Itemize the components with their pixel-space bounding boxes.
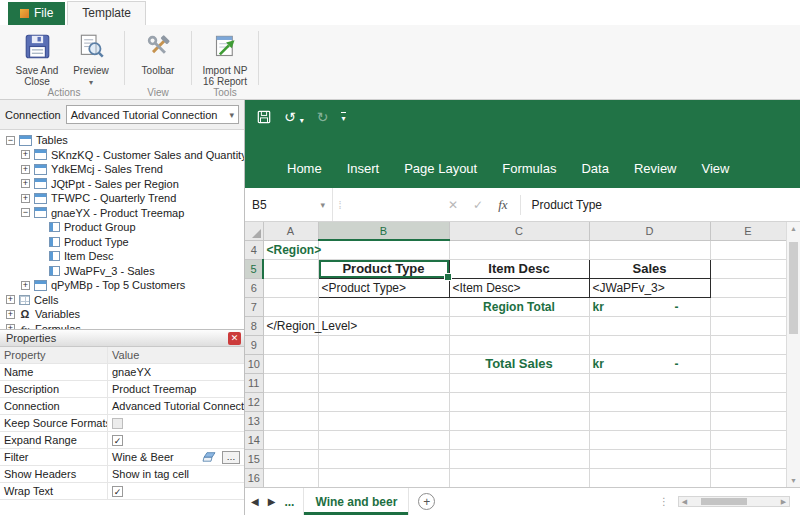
cell[interactable] bbox=[263, 449, 318, 468]
cell[interactable] bbox=[263, 392, 318, 411]
cell-B6[interactable]: <Product Type> bbox=[318, 278, 449, 297]
tree-item-field[interactable]: Product Type bbox=[2, 235, 244, 250]
cell[interactable] bbox=[318, 373, 449, 392]
expand-icon[interactable]: + bbox=[6, 295, 15, 304]
cell[interactable] bbox=[710, 354, 786, 373]
menu-review[interactable]: Review bbox=[634, 161, 677, 176]
tree-item-field[interactable]: JWaPFv_3 - Sales bbox=[2, 264, 244, 279]
expand-icon[interactable]: + bbox=[6, 310, 15, 319]
cell[interactable] bbox=[449, 240, 589, 259]
tree-item-table-selected[interactable]: − gnaeYX - Product Treemap bbox=[2, 206, 244, 221]
scroll-right-icon[interactable]: ▶ bbox=[778, 498, 789, 506]
column-header-B[interactable]: B bbox=[318, 222, 449, 240]
tree-item-field[interactable]: Item Desc bbox=[2, 249, 244, 264]
connection-dropdown[interactable]: Advanced Tutorial Connection ▾ bbox=[66, 105, 239, 124]
menu-page-layout[interactable]: Page Layout bbox=[404, 161, 477, 176]
tree-item-table[interactable]: + qPyMBp - Top 5 Customers bbox=[2, 278, 244, 293]
tree-item-variables[interactable]: + Ω Variables bbox=[2, 307, 244, 322]
tree-item-field[interactable]: Product Group bbox=[2, 220, 244, 235]
cell[interactable] bbox=[263, 354, 318, 373]
property-row-expand-range[interactable]: Expand Range ✓ bbox=[0, 432, 244, 449]
collapse-icon[interactable]: − bbox=[6, 136, 15, 145]
cell-C5[interactable]: Item Desc bbox=[449, 259, 589, 278]
row-header[interactable]: 10 bbox=[245, 354, 263, 373]
cell[interactable] bbox=[318, 335, 449, 354]
menu-home[interactable]: Home bbox=[287, 161, 322, 176]
expand-icon[interactable]: + bbox=[21, 179, 30, 188]
tree-item-table[interactable]: + TFWPC - Quarterly Trend bbox=[2, 191, 244, 206]
tab-template[interactable]: Template bbox=[67, 1, 146, 25]
hidden-tabs-ellipsis[interactable]: ... bbox=[284, 495, 294, 509]
save-and-close-button[interactable]: Save And Close bbox=[10, 30, 64, 88]
tab-file[interactable]: File bbox=[8, 2, 65, 25]
scroll-down-icon[interactable]: ▼ bbox=[787, 477, 800, 484]
checkbox-checked[interactable]: ✓ bbox=[112, 486, 123, 497]
toolbar-button[interactable]: Toolbar bbox=[131, 30, 185, 76]
formula-bar-value[interactable]: Product Type bbox=[524, 198, 611, 212]
cancel-icon[interactable]: ✕ bbox=[448, 198, 458, 212]
property-row-description[interactable]: Description Product Treemap bbox=[0, 381, 244, 398]
cell[interactable] bbox=[710, 259, 786, 278]
column-header-D[interactable]: D bbox=[589, 222, 710, 240]
enter-icon[interactable]: ✓ bbox=[473, 198, 483, 212]
cell[interactable] bbox=[449, 335, 589, 354]
cell[interactable] bbox=[710, 316, 786, 335]
menu-data[interactable]: Data bbox=[581, 161, 608, 176]
sheet-tab-wine-and-beer[interactable]: Wine and beer bbox=[303, 488, 409, 515]
cell[interactable] bbox=[449, 468, 589, 487]
tree-item-cells[interactable]: + Cells bbox=[2, 293, 244, 308]
splitter-icon[interactable]: ⁞ bbox=[333, 199, 347, 211]
cell[interactable] bbox=[449, 430, 589, 449]
scroll-up-icon[interactable]: ▲ bbox=[787, 225, 800, 232]
cell[interactable] bbox=[710, 373, 786, 392]
row-header[interactable]: 14 bbox=[245, 430, 263, 449]
cell-C7[interactable]: Region Total bbox=[449, 297, 589, 316]
cell[interactable] bbox=[263, 373, 318, 392]
property-row-filter[interactable]: Filter Wine & Beer … bbox=[0, 449, 244, 466]
eraser-icon[interactable] bbox=[202, 452, 216, 462]
cell[interactable] bbox=[449, 373, 589, 392]
row-header[interactable]: 7 bbox=[245, 297, 263, 316]
cell-B5-selected[interactable]: Product Type bbox=[318, 259, 449, 278]
cell[interactable] bbox=[318, 430, 449, 449]
menu-formulas[interactable]: Formulas bbox=[502, 161, 556, 176]
cell[interactable] bbox=[589, 240, 710, 259]
cell[interactable] bbox=[318, 449, 449, 468]
cell[interactable] bbox=[710, 411, 786, 430]
cell-D5[interactable]: Sales bbox=[589, 259, 710, 278]
cell[interactable] bbox=[263, 259, 318, 278]
row-header[interactable]: 4 bbox=[245, 240, 263, 259]
tree-item-table[interactable]: + JQtPpt - Sales per Region bbox=[2, 177, 244, 192]
horizontal-scroll-thumb[interactable] bbox=[701, 498, 747, 505]
row-header[interactable]: 9 bbox=[245, 335, 263, 354]
property-row-name[interactable]: Name gnaeYX bbox=[0, 364, 244, 381]
undo-icon[interactable]: ↺ bbox=[284, 109, 296, 125]
cell[interactable] bbox=[710, 240, 786, 259]
cell[interactable] bbox=[263, 411, 318, 430]
cell[interactable] bbox=[449, 316, 589, 335]
cell[interactable] bbox=[710, 278, 786, 297]
cell[interactable] bbox=[710, 392, 786, 411]
property-row-keep-source-formats[interactable]: Keep Source Formats bbox=[0, 415, 244, 432]
column-header-A[interactable]: A bbox=[263, 222, 318, 240]
cell[interactable] bbox=[263, 430, 318, 449]
vertical-scroll-thumb[interactable] bbox=[789, 242, 798, 334]
vertical-scrollbar[interactable]: ▲ ▼ bbox=[786, 222, 800, 487]
cell[interactable] bbox=[589, 411, 710, 430]
splitter-dots-icon[interactable]: ⋮ bbox=[659, 496, 669, 507]
checkbox-unchecked[interactable] bbox=[112, 418, 123, 429]
expand-icon[interactable]: + bbox=[21, 194, 30, 203]
cell-D10[interactable]: kr- bbox=[589, 354, 710, 373]
property-row-connection[interactable]: Connection Advanced Tutorial Connecti bbox=[0, 398, 244, 415]
next-sheet-icon[interactable]: ▶ bbox=[268, 496, 276, 507]
cell-C10[interactable]: Total Sales bbox=[449, 354, 589, 373]
cell[interactable] bbox=[449, 392, 589, 411]
cell[interactable] bbox=[318, 240, 449, 259]
cell[interactable] bbox=[318, 354, 449, 373]
undo-dropdown-icon[interactable]: ▾ bbox=[300, 116, 304, 125]
customize-qat-icon[interactable]: ▾ bbox=[341, 112, 345, 123]
cell-D7[interactable]: kr- bbox=[589, 297, 710, 316]
cell-C6[interactable]: <Item Desc> bbox=[449, 278, 589, 297]
cell[interactable] bbox=[318, 411, 449, 430]
cell[interactable] bbox=[263, 278, 318, 297]
